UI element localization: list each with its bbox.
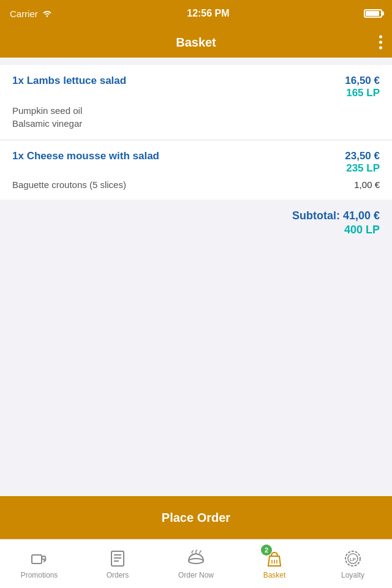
item-1-details: Pumpkin seed oilBalsamic vinegar: [12, 104, 380, 130]
carrier-label: Carrier: [10, 9, 38, 19]
item-1-price-eur: 16,50 €: [345, 75, 380, 87]
item-2-price-lp: 235 LP: [345, 162, 380, 175]
svg-point-5: [189, 559, 203, 564]
basket-badge: 2: [261, 545, 272, 556]
item-2-prices: 23,50 € 235 LP: [345, 150, 380, 175]
tab-bar: Promotions Orders Order Now 2: [0, 539, 392, 588]
svg-rect-0: [32, 555, 42, 564]
status-bar-right: [364, 9, 382, 18]
status-bar: Carrier 12:56 PM: [0, 0, 392, 27]
tab-orders-label: Orders: [107, 571, 129, 579]
order-item-2: 1x Cheese mousse with salad 23,50 € 235 …: [0, 140, 392, 200]
place-order-section[interactable]: Place Order: [0, 496, 392, 539]
tab-loyalty-label: Loyalty: [341, 571, 364, 579]
place-order-button[interactable]: Place Order: [162, 511, 230, 525]
dot2: [379, 41, 382, 44]
dot1: [379, 36, 382, 39]
item-2-title: Cheese mousse with salad: [27, 150, 159, 162]
item-1-prices: 16,50 € 165 LP: [345, 75, 380, 99]
dot3: [379, 47, 382, 50]
promotions-icon: [29, 549, 49, 568]
subtotal-label: Subtotal:: [292, 209, 343, 222]
item-1-title: Lambs lettuce salad: [27, 75, 127, 86]
item-1-qty: 1x: [12, 75, 27, 86]
item-2-qty: 1x: [12, 150, 27, 162]
order-item-1-header: 1x Lambs lettuce salad 16,50 € 165 LP: [12, 75, 380, 99]
item-2-extra: Baguette croutons (5 slices) 1,00 €: [12, 179, 380, 190]
item-2-extra-price: 1,00 €: [354, 179, 380, 190]
status-bar-left: Carrier: [10, 9, 53, 19]
svg-text:LP: LP: [350, 557, 356, 562]
item-2-extra-name: Baguette croutons (5 slices): [12, 179, 354, 190]
order-item-1: 1x Lambs lettuce salad 16,50 € 165 LP Pu…: [0, 65, 392, 140]
tab-basket-label: Basket: [263, 571, 286, 579]
tab-promotions[interactable]: Promotions: [0, 540, 78, 588]
tab-promotions-label: Promotions: [21, 571, 58, 579]
subtotal-lp: 400 LP: [12, 224, 380, 236]
orders-icon: [108, 549, 127, 568]
item-2-price-eur: 23,50 €: [345, 150, 380, 162]
more-menu-button[interactable]: [379, 36, 382, 50]
subtotal-amount-eur: 41,00 €: [343, 209, 380, 222]
order-card: 1x Lambs lettuce salad 16,50 € 165 LP Pu…: [0, 65, 392, 200]
page-title: Basket: [176, 36, 216, 50]
item-1-price-lp: 165 LP: [345, 87, 380, 99]
tab-order-now[interactable]: Order Now: [157, 540, 235, 588]
wifi-icon: [42, 9, 53, 19]
item-2-name: 1x Cheese mousse with salad: [12, 150, 345, 162]
battery-icon: [364, 9, 382, 18]
loyalty-icon: LP: [343, 549, 363, 568]
subtotal-section: Subtotal: 41,00 € 400 LP: [0, 200, 392, 246]
tab-basket[interactable]: 2 Basket: [235, 540, 314, 588]
item-1-name: 1x Lambs lettuce salad: [12, 75, 345, 87]
tab-order-now-label: Order Now: [178, 571, 214, 579]
order-now-icon: [186, 549, 206, 568]
subtotal-eur: Subtotal: 41,00 €: [292, 209, 380, 222]
status-bar-time: 12:56 PM: [187, 8, 229, 19]
header: Basket: [0, 27, 392, 58]
tab-orders[interactable]: Orders: [78, 540, 157, 588]
order-item-2-header: 1x Cheese mousse with salad 23,50 € 235 …: [12, 150, 380, 175]
content-area: 1x Lambs lettuce salad 16,50 € 165 LP Pu…: [0, 65, 392, 246]
tab-loyalty[interactable]: LP Loyalty: [314, 540, 392, 588]
